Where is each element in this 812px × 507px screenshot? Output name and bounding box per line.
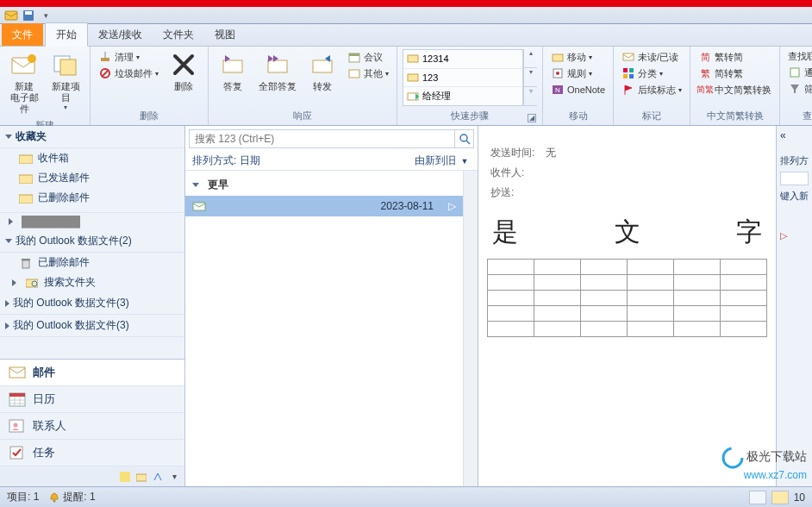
envelope-open-icon (192, 201, 206, 211)
app-icon (3, 9, 19, 22)
svg-rect-27 (629, 68, 634, 72)
svg-rect-17 (408, 55, 418, 62)
reply-all-button[interactable]: 全部答复 (255, 49, 300, 94)
status-item-count: 项目: 1 (7, 490, 39, 504)
move-button[interactable]: 移动▾ (548, 49, 608, 65)
new-item-label: 新建项目 (48, 81, 83, 103)
view-normal-button[interactable] (749, 491, 766, 504)
svg-rect-0 (5, 11, 17, 20)
group-header-earlier[interactable]: 更早 (185, 171, 463, 196)
configure-buttons-icon[interactable]: ▾ (167, 470, 181, 484)
nav-deleted[interactable]: 已删除邮件 (0, 188, 184, 208)
message-list-scrollbar[interactable] (463, 171, 478, 486)
tab-folder[interactable]: 文件夹 (153, 23, 204, 46)
find-contact-button[interactable]: 查找联系 (785, 49, 812, 64)
chevron-down-icon[interactable]: ▼ (459, 157, 471, 166)
expand-todo-icon[interactable]: « (780, 129, 786, 141)
recipients-label: 收件人: (490, 166, 535, 180)
nav-df1-deleted[interactable]: 已删除邮件 (0, 253, 184, 272)
t2s-icon: 简 (698, 50, 712, 64)
quickstep-item[interactable]: 给经理 (403, 87, 522, 105)
notes-shortcut-icon[interactable] (118, 470, 132, 484)
mail-item-selected[interactable]: 2023-08-11 ▷ (185, 196, 463, 216)
contacts-module-icon (9, 418, 26, 434)
svg-rect-32 (19, 175, 33, 184)
todo-bar-collapsed[interactable]: « 排列方 键入新 ▷ (776, 126, 812, 486)
flag-outline-icon[interactable]: ▷ (448, 200, 456, 212)
group-find-label: 查 (785, 108, 812, 125)
status-reminders[interactable]: 提醒: 1 (49, 490, 95, 504)
nav-sent[interactable]: 已发送邮件 (0, 168, 184, 188)
tab-file[interactable]: 文件 (2, 23, 43, 46)
module-calendar[interactable]: 日历 (0, 386, 184, 413)
search-icon[interactable] (454, 130, 473, 147)
meeting-button[interactable]: 会议 (345, 49, 391, 65)
junk-button[interactable]: 垃圾邮件▾ (96, 66, 161, 81)
clean-button[interactable]: 清理▾ (96, 49, 161, 65)
group-tags-label: 标记 (619, 108, 684, 125)
delete-x-icon (170, 51, 197, 78)
group-move-label: 移动 (548, 108, 608, 125)
address-book-button[interactable]: 通讯 (785, 65, 812, 80)
tab-send-receive[interactable]: 发送/接收 (88, 23, 153, 46)
trash-icon (19, 257, 33, 269)
quickstep-item[interactable]: 12314 (403, 50, 522, 69)
new-items-icon (52, 51, 79, 78)
svg-text:N: N (555, 86, 560, 94)
new-mail-button[interactable]: 新建 电子邮件 (5, 49, 43, 117)
trad-to-simp-button[interactable]: 简繁转简 (696, 49, 774, 65)
respond-more-button[interactable]: 其他▾ (345, 66, 391, 81)
reading-body: 是 文 字 (478, 208, 776, 346)
qat-undo-dropdown-icon[interactable]: ▾ (38, 9, 53, 22)
view-reading-button[interactable] (771, 491, 789, 504)
nav-df1-search[interactable]: 搜索文件夹 (0, 272, 184, 292)
todo-new-task-input[interactable] (780, 172, 809, 185)
body-char: 字 (736, 215, 762, 250)
chinese-convert-button[interactable]: 简繁中文简繁转换 (696, 82, 774, 97)
unread-button[interactable]: 未读/已读 (619, 49, 684, 65)
categorize-button[interactable]: 分类▾ (619, 66, 684, 81)
datafile2-header[interactable]: 我的 Outlook 数据文件(3) (0, 292, 184, 315)
folder-icon (19, 192, 33, 204)
quickstep-item[interactable]: 123 (403, 69, 522, 88)
folder-shortcut-icon[interactable] (134, 470, 148, 484)
group-chinese-label: 中文简繁转换 (696, 108, 774, 125)
search-input[interactable] (190, 130, 454, 147)
shortcuts-icon[interactable] (151, 470, 165, 484)
qat-save-icon[interactable] (21, 9, 36, 22)
reply-all-icon (264, 51, 291, 78)
meeting-icon (347, 50, 361, 64)
delete-button[interactable]: 删除 (165, 49, 203, 94)
module-mail[interactable]: 邮件 (0, 360, 184, 386)
main-area: 收藏夹 收件箱 已发送邮件 已删除邮件 ████████ 我的 Outlook … (0, 126, 812, 486)
followup-button[interactable]: 后续标志▾ (619, 82, 684, 97)
ribbon: 新建 电子邮件 新建项目 ▾ 新建 清理▾ 垃圾邮件▾ 删除 (0, 47, 812, 126)
forward-button[interactable]: 转发 (303, 49, 341, 94)
mail-item-date: 2023-08-11 (381, 200, 434, 212)
body-char: 文 (615, 215, 640, 250)
search-box[interactable] (189, 129, 474, 148)
filter-button[interactable]: 筛选 (785, 81, 812, 97)
datafile1-header[interactable]: 我的 Outlook 数据文件(2) (0, 230, 184, 253)
datafile3-header[interactable]: 我的 Outlook 数据文件(3) (0, 315, 184, 337)
svg-rect-18 (408, 74, 418, 81)
tab-view[interactable]: 视图 (204, 23, 246, 46)
new-item-button[interactable]: 新建项目 ▾ (47, 49, 84, 114)
quicksteps-scroll[interactable]: ▴▾▿ (523, 49, 537, 106)
simp-to-trad-button[interactable]: 繁简转繁 (696, 66, 774, 81)
svg-point-46 (14, 423, 18, 428)
nav-inbox[interactable]: 收件箱 (0, 148, 184, 168)
dialog-launcher-icon[interactable]: ◢ (528, 114, 536, 122)
quicksteps-gallery[interactable]: 12314 123 给经理 (403, 49, 523, 106)
search-folder-icon (25, 277, 39, 289)
arrange-by-row[interactable]: 排列方式: 日期 由新到旧▼ (185, 152, 478, 171)
reply-button[interactable]: 答复 (214, 49, 252, 94)
tab-home[interactable]: 开始 (45, 22, 88, 47)
module-contacts[interactable]: 联系人 (0, 413, 184, 440)
navigation-pane: 收藏夹 收件箱 已发送邮件 已删除邮件 ████████ 我的 Outlook … (0, 126, 185, 486)
group-quicksteps-label: 快速步骤◢ (403, 108, 537, 125)
rules-button[interactable]: 规则▾ (548, 66, 608, 81)
module-tasks[interactable]: 任务 (0, 440, 184, 466)
onenote-button[interactable]: NOneNote (548, 82, 608, 97)
favorites-header[interactable]: 收藏夹 (0, 126, 184, 148)
